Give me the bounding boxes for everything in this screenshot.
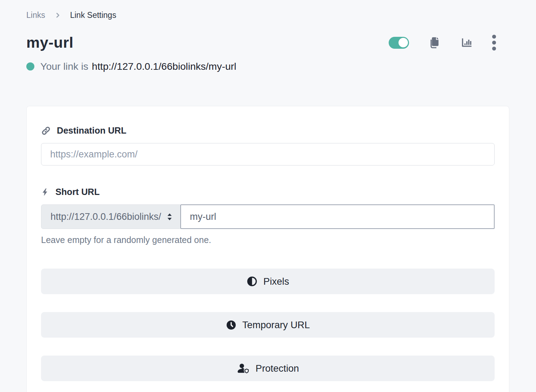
bolt-icon	[41, 187, 49, 197]
link-active-toggle[interactable]	[389, 37, 409, 49]
half-circle-icon	[247, 276, 257, 287]
temporary-url-button-label: Temporary URL	[242, 319, 310, 331]
pixels-button-label: Pixels	[263, 276, 289, 287]
chevron-right-icon	[54, 12, 61, 19]
clock-icon	[226, 320, 236, 330]
page-title: my-url	[26, 34, 73, 51]
status-label: Your link is	[40, 61, 88, 72]
statistics-icon[interactable]	[460, 36, 473, 49]
short-domain-select[interactable]: http://127.0.0.1/66biolinks/	[41, 204, 180, 229]
short-url-label-text: Short URL	[55, 187, 100, 197]
more-menu-icon[interactable]	[492, 35, 496, 50]
protection-button[interactable]: Protection	[41, 356, 495, 381]
short-url-group: http://127.0.0.1/66biolinks/	[41, 204, 495, 229]
short-domain-value: http://127.0.0.1/66biolinks/	[51, 211, 161, 222]
user-shield-icon	[237, 363, 250, 374]
header-row: my-url	[26, 34, 509, 51]
destination-url-input[interactable]	[41, 143, 495, 165]
temporary-url-button[interactable]: Temporary URL	[41, 312, 495, 338]
protection-button-label: Protection	[256, 363, 299, 374]
link-settings-page: Links Link Settings my-url	[0, 0, 536, 392]
short-url-label: Short URL	[41, 187, 495, 197]
copy-icon[interactable]	[428, 36, 441, 49]
header-controls	[389, 35, 509, 50]
select-arrows-icon	[166, 213, 173, 221]
link-icon	[41, 126, 51, 136]
toggle-knob	[398, 38, 408, 47]
pixels-button[interactable]: Pixels	[41, 269, 495, 294]
short-url-help: Leave empty for a randomly generated one…	[41, 235, 495, 245]
link-settings-card: Destination URL Short URL http://127.0.0…	[26, 106, 509, 392]
link-status: Your link is http://127.0.0.1/66biolinks…	[26, 61, 509, 72]
status-dot-icon	[26, 62, 34, 70]
destination-url-label: Destination URL	[41, 126, 495, 136]
breadcrumb-link-settings: Link Settings	[70, 11, 116, 20]
short-url-input[interactable]	[180, 204, 495, 229]
status-url: http://127.0.0.1/66biolinks/my-url	[92, 61, 236, 72]
breadcrumb-links[interactable]: Links	[26, 11, 45, 20]
breadcrumb: Links Link Settings	[26, 11, 509, 20]
destination-url-label-text: Destination URL	[57, 126, 126, 136]
